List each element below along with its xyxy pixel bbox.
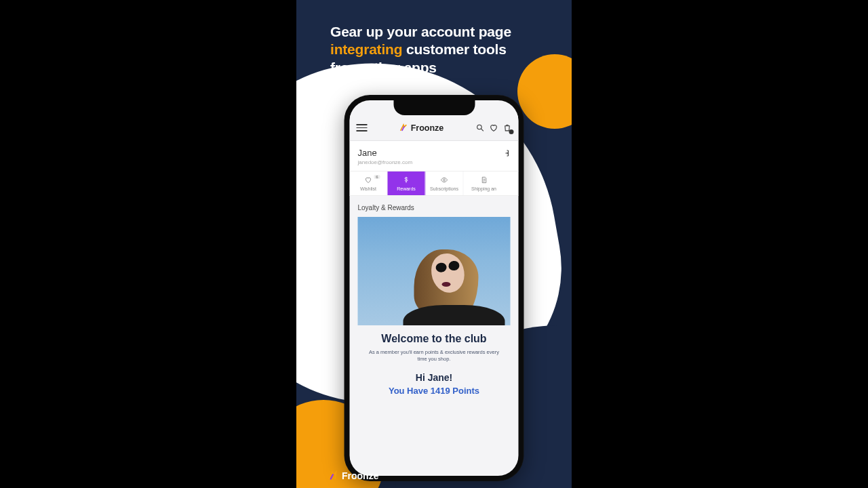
welcome-block: Welcome to the club As a member you'll e… [350, 325, 519, 363]
points-line: You Have 1419 Points [350, 386, 519, 396]
app-brand-text: Froonze [411, 123, 444, 133]
headline-line2-rest: customer tools [402, 41, 506, 57]
headline-line3: from other apps [330, 59, 511, 77]
headline-line1: Gear up your account page [330, 23, 511, 41]
bag-badge [509, 129, 513, 134]
greeting: Hi Jane! [350, 372, 519, 383]
app-bar: Froonze [350, 115, 519, 141]
heart-icon [365, 176, 372, 184]
headline-accent: integrating [330, 41, 402, 57]
search-icon[interactable] [475, 123, 484, 132]
menu-icon[interactable] [357, 124, 368, 131]
promo-stage: Gear up your account page integrating cu… [296, 0, 572, 488]
app-bar-icons [475, 123, 511, 132]
eye-icon [441, 176, 448, 184]
tab-shipping[interactable]: Shipping an [464, 171, 505, 195]
tab-label: Rewards [397, 186, 416, 191]
account-tabs: Wishlist 6 Rewards Subscriptions [350, 171, 519, 196]
user-name: Jane [358, 148, 413, 158]
phone-screen: Froonze Jane [350, 100, 519, 476]
logo-icon [327, 470, 338, 481]
tab-subscriptions[interactable]: Subscriptions [426, 171, 464, 195]
phone-frame: Froonze Jane [344, 95, 524, 481]
dollar-icon [403, 176, 410, 184]
user-header: Jane janedoe@froonze.com [350, 141, 519, 171]
headline: Gear up your account page integrating cu… [330, 23, 511, 77]
logout-icon[interactable] [502, 149, 511, 157]
svg-point-0 [477, 125, 482, 129]
brand-footer: Froonze [327, 470, 378, 481]
tab-badge: 6 [374, 175, 380, 179]
brand-footer-text: Froonze [342, 470, 378, 481]
section-title: Loyalty & Rewards [350, 196, 519, 217]
tab-rewards[interactable]: Rewards [388, 171, 426, 195]
tab-wishlist[interactable]: Wishlist 6 [350, 171, 388, 195]
person-illustration [397, 230, 498, 325]
app-brand: Froonze [399, 123, 444, 133]
hero-image [358, 217, 511, 325]
document-icon [480, 176, 488, 184]
phone-notch [393, 100, 475, 115]
svg-point-2 [443, 179, 446, 181]
tab-label: Wishlist [360, 186, 376, 191]
tab-label: Subscriptions [430, 186, 458, 191]
user-email: janedoe@froonze.com [358, 159, 413, 165]
heart-icon[interactable] [489, 123, 498, 132]
welcome-subtitle: As a member you'll earn points & exclusi… [362, 349, 507, 363]
welcome-title: Welcome to the club [362, 332, 507, 346]
logo-icon [399, 123, 408, 132]
tab-label: Shipping an [471, 186, 496, 191]
bag-icon[interactable] [502, 123, 511, 132]
svg-line-1 [481, 129, 484, 131]
bg-circle-top [517, 54, 572, 129]
